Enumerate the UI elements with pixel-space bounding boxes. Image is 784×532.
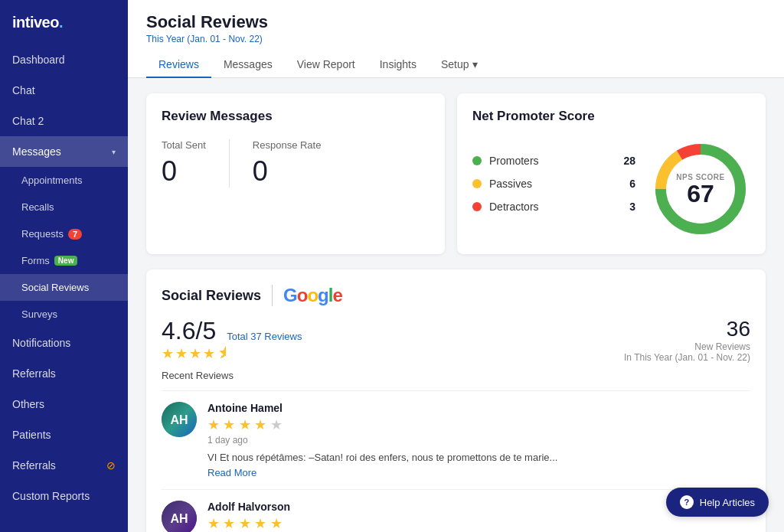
chevron-down-icon: ▾	[472, 58, 478, 70]
avatar-2: AH	[162, 501, 197, 533]
review-item-2: AH Adolf Halvorson ★ ★ ★ ★ ★ 1 day ago T…	[162, 489, 750, 533]
promoters-row: Promoters 28	[472, 155, 635, 167]
sidebar-item-social-reviews[interactable]: Social Reviews	[0, 274, 128, 301]
star-1: ★	[162, 345, 174, 362]
new-reviews-count: 36	[624, 317, 750, 341]
new-reviews-label: New Reviews	[624, 341, 750, 352]
sidebar-item-appointments[interactable]: Appointments	[0, 167, 128, 194]
sidebar-item-custom-reports[interactable]: Custom Reports	[0, 481, 128, 511]
nps-card: Net Promoter Score Promoters 28 Passives…	[457, 93, 766, 254]
reviewer-1-name: Antoine Hamel	[207, 402, 750, 414]
rating-score-row: 4.6/5 Total 37 Reviews	[162, 317, 302, 345]
nps-score-center: NPS SCORE 67	[676, 173, 724, 206]
sidebar-item-notifications[interactable]: Notifications	[0, 328, 128, 358]
review-1-text: VI Et nous répétâmes: –Satan! roi des en…	[207, 450, 750, 465]
requests-badge: 7	[68, 229, 82, 240]
avatar-image-1: AH	[162, 402, 197, 437]
main-content: Social Reviews This Year (Jan. 01 - Nov.…	[128, 0, 784, 532]
sidebar: intiveo. Dashboard Chat Chat 2 Messages …	[0, 0, 128, 532]
response-rate-value: 0	[253, 155, 322, 188]
svg-text:AH: AH	[170, 413, 188, 426]
sidebar-item-forms[interactable]: Forms New	[0, 247, 128, 274]
date-range: This Year (Jan. 01 - Nov. 22)	[146, 34, 766, 44]
help-articles-button[interactable]: ? Help Articles	[666, 488, 769, 517]
sidebar-item-chat2[interactable]: Chat 2	[0, 106, 128, 136]
response-rate-metric: Response Rate 0	[253, 139, 322, 188]
chevron-down-icon: ▾	[112, 148, 116, 156]
summary-cards-row: Review Messages Total Sent 0 Response Ra…	[146, 93, 766, 254]
nps-legend: Promoters 28 Passives 6 Detractors 3	[472, 155, 635, 224]
sidebar-item-surveys[interactable]: Surveys	[0, 301, 128, 328]
tab-messages[interactable]: Messages	[211, 52, 285, 78]
tab-setup[interactable]: Setup ▾	[429, 52, 490, 78]
social-card-title: Social Reviews	[162, 288, 261, 304]
help-label: Help Articles	[700, 497, 755, 508]
review-messages-card: Review Messages Total Sent 0 Response Ra…	[146, 93, 445, 254]
sidebar-item-recalls[interactable]: Recalls	[0, 194, 128, 220]
forms-new-badge: New	[54, 256, 78, 266]
logo: intiveo.	[0, 0, 128, 44]
help-icon: ?	[680, 495, 694, 509]
passives-label: Passives	[489, 178, 622, 190]
new-reviews-period: In This Year (Jan. 01 - Nov. 22)	[624, 352, 750, 363]
promoters-label: Promoters	[489, 155, 616, 167]
page-title: Social Reviews	[146, 12, 766, 32]
sidebar-item-others[interactable]: Others	[0, 389, 128, 419]
svg-text:AH: AH	[170, 512, 188, 525]
sidebar-item-chat[interactable]: Chat	[0, 75, 128, 106]
rating-row: 4.6/5 Total 37 Reviews ★ ★ ★ ★ ⯨ 36 New …	[162, 317, 750, 365]
detractors-label: Detractors	[489, 201, 622, 213]
review-1-read-more[interactable]: Read More	[207, 467, 750, 478]
passives-dot	[472, 179, 482, 188]
review-1-content: Antoine Hamel ★ ★ ★ ★ ★ 1 day ago VI Et …	[207, 402, 750, 478]
star-3: ★	[189, 345, 201, 362]
google-logo: Google	[283, 285, 342, 306]
rating-score: 4.6/5	[162, 317, 216, 345]
sidebar-item-referrals[interactable]: Referrals	[0, 358, 128, 389]
promoters-dot	[472, 156, 482, 165]
promoters-count: 28	[623, 155, 635, 167]
detractors-count: 3	[629, 201, 635, 213]
review-item-1: AH Antoine Hamel ★ ★ ★ ★ ★ 1 day ago VI …	[162, 390, 750, 489]
brand-name: intiveo.	[12, 14, 63, 31]
response-rate-label: Response Rate	[253, 139, 322, 151]
topbar: Social Reviews This Year (Jan. 01 - Nov.…	[128, 0, 784, 78]
tab-bar: Reviews Messages View Report Insights Se…	[146, 52, 766, 77]
sidebar-item-patients[interactable]: Patients	[0, 419, 128, 450]
metrics-row: Total Sent 0 Response Rate 0	[162, 139, 430, 188]
sidebar-item-referrals2[interactable]: Referrals ⊘	[0, 450, 128, 481]
star-4: ★	[203, 345, 215, 362]
star-5-half: ⯨	[217, 345, 230, 362]
avatar-1: AH	[162, 402, 197, 437]
content-area: Review Messages Total Sent 0 Response Ra…	[128, 78, 784, 532]
review-2-stars: ★ ★ ★ ★ ★	[207, 515, 750, 532]
total-sent-value: 0	[162, 155, 206, 188]
tab-reviews[interactable]: Reviews	[146, 52, 211, 78]
rating-left: 4.6/5 Total 37 Reviews ★ ★ ★ ★ ⯨	[162, 317, 302, 365]
passives-row: Passives 6	[472, 178, 635, 190]
nps-title: Net Promoter Score	[472, 109, 750, 124]
tab-insights[interactable]: Insights	[368, 52, 429, 78]
social-card-header: Social Reviews Google	[162, 285, 750, 306]
total-sent-metric: Total Sent 0	[162, 139, 206, 188]
sidebar-item-messages[interactable]: Messages ▾	[0, 136, 128, 167]
tab-view-report[interactable]: View Report	[285, 52, 368, 78]
total-sent-label: Total Sent	[162, 139, 206, 151]
avatar-image-2: AH	[162, 501, 197, 533]
star-2: ★	[175, 345, 188, 362]
recent-reviews-label: Recent Reviews	[162, 370, 750, 381]
nps-content: Promoters 28 Passives 6 Detractors 3	[472, 139, 750, 239]
header-divider	[272, 285, 273, 306]
review-messages-title: Review Messages	[162, 109, 430, 124]
detractors-dot	[472, 202, 482, 211]
nps-score-value: 67	[676, 181, 724, 206]
sidebar-item-requests[interactable]: Requests 7	[0, 220, 128, 247]
warning-icon: ⊘	[106, 459, 116, 472]
review-1-stars: ★ ★ ★ ★ ★	[207, 416, 750, 433]
nps-chart: NPS SCORE 67	[651, 139, 750, 239]
star-rating: ★ ★ ★ ★ ⯨	[162, 345, 302, 362]
total-reviews-link[interactable]: Total 37 Reviews	[227, 331, 302, 342]
sidebar-item-dashboard[interactable]: Dashboard	[0, 44, 128, 75]
review-1-time: 1 day ago	[207, 435, 750, 446]
new-reviews-box: 36 New Reviews In This Year (Jan. 01 - N…	[624, 317, 750, 363]
